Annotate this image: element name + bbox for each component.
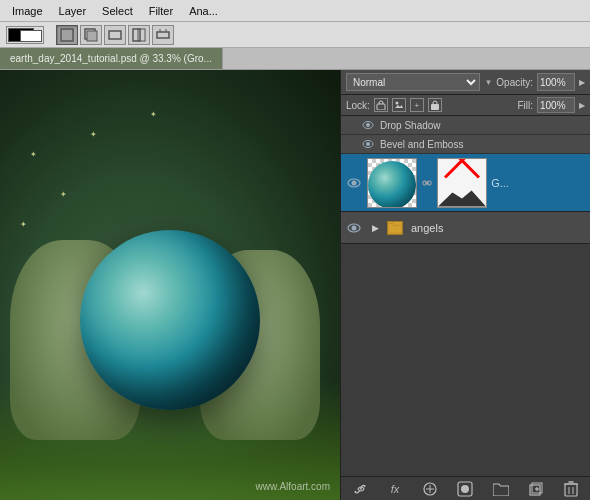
blend-arrow: ▼ [484, 78, 492, 87]
svg-rect-4 [133, 29, 140, 41]
effect-bevel-emboss[interactable]: Bevel and Emboss [341, 135, 590, 154]
tool-btn-5[interactable] [152, 25, 174, 45]
angels-folder-icon [387, 221, 403, 235]
tab-bar: earth_day_2014_tutorial.psd @ 33.3% (Gro… [0, 48, 590, 70]
sparkle-5: ✦ [150, 110, 157, 119]
svg-point-10 [395, 102, 398, 105]
blend-row: Normal ▼ Opacity: 100% ▶ [341, 70, 590, 95]
panel-toolbar: fx [341, 476, 590, 500]
blend-mode-select[interactable]: Normal [346, 73, 480, 91]
opacity-value[interactable]: 100% [537, 73, 575, 91]
effect-eye-drop-shadow[interactable] [361, 118, 375, 132]
background-swatch[interactable] [20, 30, 42, 42]
sparkle-2: ✦ [60, 190, 67, 199]
sparkle-1: ✦ [30, 150, 37, 159]
fill-value[interactable]: 100% [537, 97, 575, 113]
panel-folder-icon[interactable] [491, 479, 511, 499]
menu-image[interactable]: Image [4, 3, 51, 19]
folder-expand-arrow[interactable]: ▶ [367, 220, 383, 236]
svg-rect-5 [138, 29, 145, 41]
panel-new-layer-icon[interactable] [526, 479, 546, 499]
lock-label: Lock: [346, 100, 370, 111]
layer-visibility-angels[interactable] [345, 219, 363, 237]
svg-point-21 [352, 225, 357, 230]
lock-row: Lock: + Fill: 100% [341, 95, 590, 116]
layer-extra-icon: G... [491, 177, 509, 189]
layer-thumb-globe [367, 158, 417, 208]
sparkle-3: ✦ [90, 130, 97, 139]
lock-image-icon[interactable] [392, 98, 406, 112]
fill-label: Fill: [517, 100, 533, 111]
menu-filter[interactable]: Filter [141, 3, 181, 19]
menu-select[interactable]: Select [94, 3, 141, 19]
color-swatches[interactable] [6, 26, 44, 44]
effect-drop-shadow[interactable]: Drop Shadow [341, 116, 590, 135]
svg-point-15 [366, 142, 370, 146]
menu-analysis[interactable]: Ana... [181, 3, 226, 19]
svg-point-24 [461, 485, 469, 493]
svg-rect-9 [377, 104, 385, 110]
opacity-label: Opacity: [496, 77, 533, 88]
mountain-shape [438, 187, 486, 207]
svg-point-17 [352, 180, 357, 185]
options-bar [0, 22, 590, 48]
lock-all-icon[interactable] [428, 98, 442, 112]
svg-rect-18 [423, 181, 426, 185]
effect-name-drop-shadow: Drop Shadow [380, 120, 441, 131]
menu-bar: Image Layer Select Filter Ana... [0, 0, 590, 22]
tool-btn-4[interactable] [128, 25, 150, 45]
tool-btn-2[interactable] [80, 25, 102, 45]
lock-position-icon[interactable]: + [410, 98, 424, 112]
layer-visibility-globe[interactable] [345, 174, 363, 192]
document-tab[interactable]: earth_day_2014_tutorial.psd @ 33.3% (Gro… [0, 48, 223, 69]
panel-link-icon[interactable] [350, 479, 370, 499]
tool-group [56, 25, 174, 45]
layer-row-angels[interactable]: ▶ angels [341, 212, 590, 244]
lock-transparent-icon[interactable] [374, 98, 388, 112]
layer-row-globe[interactable]: G... [341, 154, 590, 212]
watermark: www.Alfoart.com [256, 481, 330, 492]
layers-spacer [341, 244, 590, 476]
panel-trash-icon[interactable] [561, 479, 581, 499]
effect-name-bevel: Bevel and Emboss [380, 139, 463, 150]
tool-btn-3[interactable] [104, 25, 126, 45]
svg-rect-29 [565, 484, 577, 496]
canvas-area[interactable]: ✦ ✦ ✦ ✦ ✦ www.Alfoart.com [0, 70, 340, 500]
svg-rect-0 [61, 29, 73, 41]
panel-adjustment-icon[interactable] [420, 479, 440, 499]
layer-link-icon[interactable] [421, 178, 433, 188]
svg-point-13 [366, 123, 370, 127]
globe-thumbnail [368, 161, 416, 208]
panel-fx-icon[interactable]: fx [385, 479, 405, 499]
svg-rect-6 [157, 32, 169, 38]
svg-rect-19 [428, 181, 431, 185]
panel-mask-icon[interactable] [455, 479, 475, 499]
sparkle-4: ✦ [20, 220, 27, 229]
layer-thumb-mask [437, 158, 487, 208]
main-area: ✦ ✦ ✦ ✦ ✦ www.Alfoart.com Normal ▼ Opaci… [0, 70, 590, 500]
layers-panel: Normal ▼ Opacity: 100% ▶ Lock: + [340, 70, 590, 500]
angels-layer-name: angels [411, 222, 443, 234]
svg-rect-3 [109, 31, 121, 39]
globe-sphere [80, 230, 260, 410]
fill-arrow[interactable]: ▶ [579, 101, 585, 110]
tool-btn-1[interactable] [56, 25, 78, 45]
g-label: G... [491, 177, 509, 189]
opacity-arrow[interactable]: ▶ [579, 78, 585, 87]
svg-rect-11 [431, 104, 439, 110]
effect-eye-bevel[interactable] [361, 137, 375, 151]
menu-layer[interactable]: Layer [51, 3, 95, 19]
svg-rect-2 [87, 31, 97, 41]
